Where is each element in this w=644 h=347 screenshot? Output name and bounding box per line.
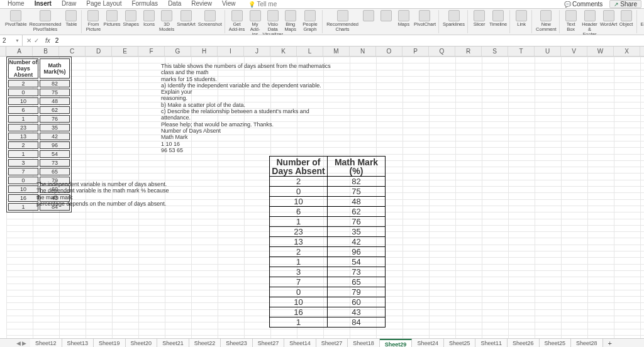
ribbon-sparklines[interactable]: Sparklines bbox=[443, 10, 465, 27]
table-row[interactable]: 079 bbox=[270, 287, 386, 297]
tab-page-layout[interactable]: Page Layout bbox=[81, 0, 126, 9]
table-row[interactable]: 282 bbox=[8, 80, 70, 87]
ribbon-bing-maps[interactable]: Bing Maps bbox=[283, 10, 298, 32]
add-sheet-button[interactable]: + bbox=[603, 339, 617, 347]
col-head-I[interactable]: I bbox=[218, 47, 244, 56]
table-row[interactable]: 373 bbox=[270, 267, 386, 277]
ribbon-people-graph[interactable]: People Graph bbox=[301, 10, 319, 32]
sheet-tab-sheet18[interactable]: Sheet18 bbox=[348, 339, 380, 348]
sheet-tab-sheet13[interactable]: Sheet13 bbox=[62, 339, 94, 348]
col-head-E[interactable]: E bbox=[112, 47, 138, 56]
tab-draw[interactable]: Draw bbox=[57, 0, 81, 9]
cancel-icon[interactable]: ✕ bbox=[26, 37, 31, 44]
sheet-tab-sheet11[interactable]: Sheet11 bbox=[475, 339, 508, 348]
sheet-nav[interactable]: ◀▶ bbox=[13, 340, 30, 346]
sheet-tab-sheet27[interactable]: Sheet27 bbox=[253, 339, 285, 348]
table-row[interactable]: 154 bbox=[270, 257, 386, 267]
col-head-U[interactable]: U bbox=[535, 47, 561, 56]
col-head-F[interactable]: F bbox=[138, 47, 165, 56]
col-head-O[interactable]: O bbox=[376, 47, 402, 56]
table-row[interactable]: 765 bbox=[8, 168, 70, 175]
ribbon-object[interactable]: Object bbox=[619, 10, 634, 27]
tab-insert[interactable]: Insert bbox=[30, 0, 57, 9]
col-head-P[interactable]: P bbox=[402, 47, 429, 56]
ribbon-timeline[interactable]: Timeline bbox=[489, 10, 507, 27]
col-head-T[interactable]: T bbox=[508, 47, 535, 56]
ribbon-text-box[interactable]: Text Box bbox=[564, 10, 579, 32]
ribbon-smartart[interactable]: SmartArt bbox=[177, 10, 196, 27]
col-head-W[interactable]: W bbox=[587, 47, 614, 56]
ribbon-pivottable[interactable]: PivotTable bbox=[5, 10, 27, 27]
comments-button[interactable]: Comments bbox=[560, 0, 607, 8]
table-row[interactable]: 176 bbox=[8, 115, 70, 123]
col-head-X[interactable]: X bbox=[614, 47, 640, 56]
select-all-corner[interactable] bbox=[0, 47, 6, 56]
ribbon-screenshot[interactable]: Screenshot bbox=[198, 10, 222, 27]
table-row[interactable]: 075 bbox=[8, 89, 70, 96]
tab-home[interactable]: Home bbox=[3, 0, 30, 9]
sheet-tab-sheet27[interactable]: Sheet27 bbox=[316, 339, 348, 348]
table-row[interactable]: 765 bbox=[270, 277, 386, 287]
tab-review[interactable]: Review bbox=[186, 0, 217, 9]
table-row[interactable]: 296 bbox=[270, 247, 386, 257]
sheet-tab-sheet26[interactable]: Sheet26 bbox=[508, 339, 540, 348]
table-row[interactable]: 662 bbox=[270, 207, 386, 217]
table-row[interactable]: 2335 bbox=[8, 124, 70, 131]
col-head-C[interactable]: C bbox=[59, 47, 86, 56]
sheet-tab-sheet23[interactable]: Sheet23 bbox=[221, 339, 253, 348]
table-row[interactable]: 154 bbox=[8, 150, 70, 158]
ribbon-get-add-ins[interactable]: Get Add-ins bbox=[229, 10, 245, 32]
table-row[interactable]: 2335 bbox=[270, 227, 386, 237]
share-button[interactable]: Share bbox=[609, 0, 641, 8]
table-row[interactable]: 282 bbox=[270, 177, 386, 187]
ribbon-recommended-charts[interactable]: Recommended Charts bbox=[326, 10, 358, 32]
sheet-tab-sheet25[interactable]: Sheet25 bbox=[540, 339, 572, 348]
ribbon-chart[interactable] bbox=[361, 10, 376, 21]
table-row[interactable]: 662 bbox=[8, 106, 70, 114]
col-head-R[interactable]: R bbox=[455, 47, 482, 56]
sheet-tab-sheet25[interactable]: Sheet25 bbox=[444, 339, 476, 348]
ribbon-link[interactable]: Link bbox=[514, 10, 529, 27]
sheet-tab-sheet14[interactable]: Sheet14 bbox=[284, 339, 316, 348]
ribbon-header-&-footer[interactable]: Header & Footer bbox=[581, 10, 599, 35]
sheet-tab-sheet12[interactable]: Sheet12 bbox=[30, 339, 62, 348]
col-head-Q[interactable]: Q bbox=[429, 47, 455, 56]
ribbon-3d-models[interactable]: 3D Models bbox=[159, 10, 174, 32]
table-row[interactable]: 1060 bbox=[270, 297, 386, 307]
sheet-tab-sheet20[interactable]: Sheet20 bbox=[126, 339, 158, 348]
table-row[interactable]: 1342 bbox=[270, 237, 386, 247]
spreadsheet-grid[interactable]: Number of Days Absent Math Mark(%) 28207… bbox=[0, 57, 644, 338]
ribbon-my-add-ins[interactable]: My Add-ins bbox=[247, 10, 262, 35]
col-head-S[interactable]: S bbox=[482, 47, 508, 56]
ribbon-shapes[interactable]: Shapes bbox=[123, 10, 139, 27]
ribbon-equation[interactable]: Equation bbox=[641, 10, 644, 27]
table-row[interactable]: 1643 bbox=[270, 307, 386, 317]
col-head-L[interactable]: L bbox=[297, 47, 323, 56]
ribbon-from-picture[interactable]: From Picture bbox=[86, 10, 101, 32]
name-box[interactable]: 2 ▼ bbox=[0, 35, 23, 46]
table-row[interactable]: 1342 bbox=[8, 133, 70, 140]
ribbon-visio-data-visualizer[interactable]: Visio Data Visualizer bbox=[265, 10, 280, 35]
ribbon-wordart[interactable]: WordArt bbox=[601, 10, 616, 27]
tab-formulas[interactable]: Formulas bbox=[126, 0, 163, 9]
col-head-B[interactable]: B bbox=[33, 47, 59, 56]
fx-icon[interactable]: fx bbox=[43, 37, 53, 44]
table-row[interactable]: 1048 bbox=[8, 97, 70, 105]
table-row[interactable]: 075 bbox=[270, 187, 386, 197]
col-head-A[interactable]: A bbox=[6, 47, 33, 56]
ribbon-pivotchart[interactable]: PivotChart bbox=[414, 10, 436, 27]
col-head-K[interactable]: K bbox=[270, 47, 297, 56]
sheet-tab-sheet24[interactable]: Sheet24 bbox=[412, 339, 444, 348]
col-head-N[interactable]: N bbox=[350, 47, 376, 56]
col-head-J[interactable]: J bbox=[244, 47, 270, 56]
table-row[interactable]: 1048 bbox=[270, 197, 386, 207]
ribbon-table[interactable]: Table bbox=[64, 10, 79, 27]
table-row[interactable]: 296 bbox=[8, 141, 70, 149]
col-head-H[interactable]: H bbox=[191, 47, 218, 56]
ribbon-recommended-pivottables[interactable]: Recommended PivotTables bbox=[30, 10, 62, 32]
sheet-tab-sheet19[interactable]: Sheet19 bbox=[94, 339, 126, 348]
tab-view[interactable]: View bbox=[217, 0, 241, 9]
formula-input[interactable] bbox=[53, 37, 644, 44]
confirm-icon[interactable]: ✓ bbox=[34, 37, 39, 44]
tell-me-search[interactable]: Tell me bbox=[248, 1, 277, 8]
